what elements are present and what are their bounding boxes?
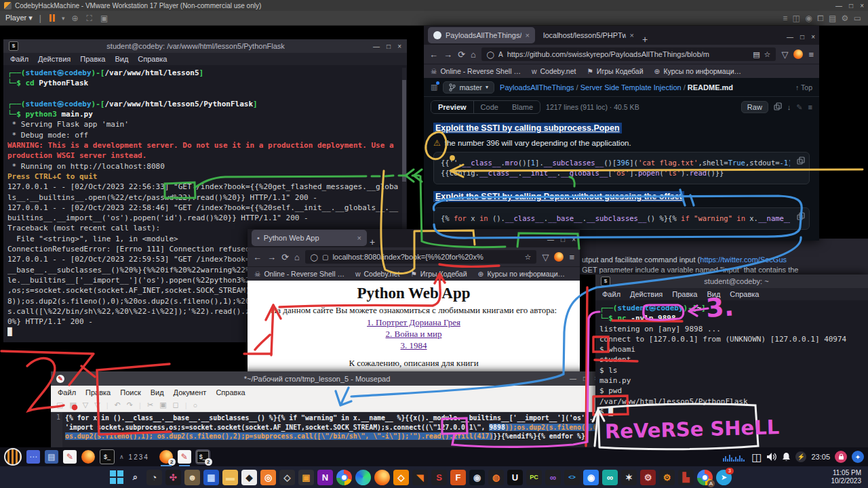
notification-bell-icon[interactable] — [782, 452, 791, 462]
bookmark-item[interactable]: wCodeby.net — [532, 67, 576, 75]
obs-icon[interactable]: ◉ — [469, 470, 485, 485]
menu-item[interactable]: Справка — [216, 388, 245, 396]
minimize-icon[interactable]: — — [787, 33, 793, 41]
unity-icon[interactable]: ⊕ — [71, 14, 79, 23]
menu-item[interactable]: Вид — [115, 55, 128, 63]
url-bar[interactable]: ◯ A https://github.com/swisskyrepo/Paylo… — [481, 47, 776, 61]
bookmark-item[interactable]: ⊕Курсы по информаци… — [654, 67, 741, 75]
vmware-icon[interactable]: ▣ — [298, 470, 314, 485]
spider-app-icon[interactable]: ✶ — [621, 470, 637, 485]
new-tab-button[interactable]: + — [642, 34, 648, 45]
tab-payloadsallthethings[interactable]: PayloadsAllTheThings/Se × — [428, 27, 535, 43]
pause-button[interactable] — [50, 14, 55, 22]
portrait-app-icon[interactable]: ☻ — [184, 470, 200, 485]
vehicle-app-icon[interactable]: ▙ — [678, 470, 694, 485]
power-manager-icon[interactable]: ⚡ — [795, 451, 806, 462]
book-link[interactable]: 3. 1984 — [248, 340, 580, 351]
new-tab-button[interactable]: + — [370, 237, 375, 247]
close-icon[interactable]: × — [811, 33, 815, 41]
carrot-app-icon[interactable]: ◥ — [412, 470, 428, 485]
bookmark-item[interactable]: ⚑Игры Кодебай — [587, 67, 643, 75]
minimize-icon[interactable]: — — [373, 43, 380, 50]
running-mousepad-icon[interactable]: ✎ — [178, 450, 191, 464]
close-tab-icon[interactable]: × — [526, 31, 530, 39]
section-heading-subprocess-popen[interactable]: Exploit the SSTI by calling subprocess.P… — [433, 123, 622, 134]
reload-icon[interactable]: ⟳ — [458, 49, 465, 60]
running-terminal-icon[interactable]: $_ 2 — [196, 450, 210, 464]
menu-item[interactable]: Поиск — [120, 388, 140, 396]
teal-app-icon[interactable]: ∞ — [602, 470, 618, 485]
maximize-icon[interactable]: □ — [800, 33, 804, 41]
menu-item[interactable]: Действия — [630, 290, 663, 298]
bookmark-item[interactable]: ☠Online - Reverse Shell … — [254, 270, 344, 278]
chrome-profile-icon[interactable]: A — [697, 470, 713, 485]
copy-code-icon[interactable] — [797, 157, 805, 166]
tab-localhost-phptwig[interactable]: localhost/lesson5/PHPTwig/i × — [538, 27, 639, 43]
sidebar-toggle-icon[interactable]: ▥ — [431, 83, 437, 92]
show-desktop-icon[interactable]: ⋯ — [26, 450, 40, 464]
mousepad-titlebar[interactable]: ✎ *~/Рабочий стол/tmp_lesson_5 - Mousepa… — [51, 371, 604, 386]
guest-clock[interactable]: 23:05 — [811, 453, 830, 461]
expand-chevron-icon[interactable]: ∧ — [119, 453, 124, 460]
tab-python-web-app[interactable]: • Python Web App × — [252, 230, 367, 246]
forward-icon[interactable]: → — [267, 252, 276, 262]
reader-mode-icon[interactable]: ▤ — [753, 50, 760, 59]
help-circle-icon[interactable]: ✦ — [852, 451, 864, 463]
bookmark-star-icon[interactable]: ☆ — [525, 253, 532, 262]
menu-icon[interactable]: ≡ — [808, 49, 814, 60]
pocket-icon[interactable]: ▽ — [542, 252, 549, 262]
bookmark-item[interactable]: ⊕Курсы по информаци… — [478, 270, 565, 278]
firefox-icon[interactable] — [374, 470, 390, 485]
terminal2-titlebar[interactable]: $ student@codeby: ~ — [595, 274, 868, 288]
edit-pencil-icon[interactable]: ✎ — [796, 103, 802, 112]
back-icon[interactable]: ← — [253, 252, 262, 262]
outline-icon[interactable]: ≡ — [808, 103, 812, 111]
maximize-icon[interactable]: □ — [561, 236, 565, 243]
forward-icon[interactable]: → — [443, 49, 452, 60]
terminal1-titlebar[interactable]: $ student@codeby: /var/www/html/lesson5/… — [3, 39, 407, 53]
book-link[interactable]: 1. Портрет Дориана Грея — [248, 317, 580, 328]
running-firefox-icon[interactable]: 2 — [159, 450, 173, 464]
menu-item[interactable]: Правка — [85, 388, 111, 396]
firefox-account-icon[interactable] — [554, 252, 564, 262]
tab-preview[interactable]: Preview — [431, 101, 474, 113]
bookmark-item[interactable]: wCodeby.net — [355, 270, 400, 278]
host-clock[interactable]: 11:05 PM 10/2/2023 — [831, 469, 862, 485]
bookmark-item[interactable]: ☠Online - Reverse Shell … — [431, 67, 521, 75]
back-to-top-link[interactable]: ↑ Top — [795, 83, 812, 92]
menu-item[interactable]: Файл — [58, 388, 76, 396]
location-pin-app-icon[interactable]: ◉ — [583, 470, 599, 485]
url-bar[interactable]: ◯ ▢ localhost:8080/index?book={%%20for%2… — [305, 250, 537, 264]
slack-like-icon[interactable]: ✣ — [165, 470, 181, 485]
minimize-icon[interactable]: — — [570, 375, 576, 382]
maximize-icon[interactable]: □ — [387, 43, 391, 50]
close-tab-icon[interactable]: × — [630, 31, 634, 39]
section-heading-popen-offset[interactable]: Exploit the SSTI by calling Popen withou… — [433, 191, 684, 202]
menu-item[interactable]: Справка — [730, 290, 759, 298]
shield-icon[interactable]: ◯ — [311, 253, 318, 261]
menu-item[interactable]: Правка — [80, 55, 105, 63]
red-gear-app-icon[interactable]: ⚙ — [640, 470, 656, 485]
vmware-window-controls[interactable]: —□× — [835, 2, 864, 9]
tab-code[interactable]: Code — [474, 101, 505, 113]
mousepad-menubar[interactable]: ФайлПравкаПоискВидДокументСправка — [51, 386, 604, 399]
terminal1-menubar[interactable]: ФайлДействияПравкаВидСправка — [3, 53, 407, 65]
twitter-link[interactable]: https://twitter.com/SecGus — [700, 256, 787, 264]
book-link[interactable]: 2. Война и мир — [248, 329, 580, 340]
bookmark-item[interactable]: ⚑Игры Кодебай — [410, 270, 467, 278]
white-app-icon[interactable]: ◆ — [241, 470, 257, 485]
orange-gear-app-icon[interactable]: ⚙ — [659, 470, 675, 485]
search-icon[interactable]: ⌕ — [127, 470, 143, 485]
terminal-launcher-icon[interactable]: $_ — [100, 449, 115, 464]
workspace-switcher[interactable]: 1234 — [129, 453, 149, 461]
pocket-icon[interactable]: ▽ — [781, 49, 788, 60]
reload-icon[interactable]: ⟳ — [281, 252, 289, 262]
editor-text[interactable]: {% for x in ().__class__.__base__.__subc… — [62, 412, 604, 447]
telegram-icon[interactable]: ➤3 — [716, 470, 732, 485]
menu-item[interactable]: Правка — [672, 290, 697, 298]
close-icon[interactable]: × — [397, 43, 401, 50]
chrome-icon[interactable] — [336, 470, 352, 485]
firefox-launcher-icon[interactable] — [81, 450, 95, 464]
close-icon[interactable]: × — [572, 236, 576, 243]
display-icon[interactable]: ◫ — [751, 451, 762, 464]
